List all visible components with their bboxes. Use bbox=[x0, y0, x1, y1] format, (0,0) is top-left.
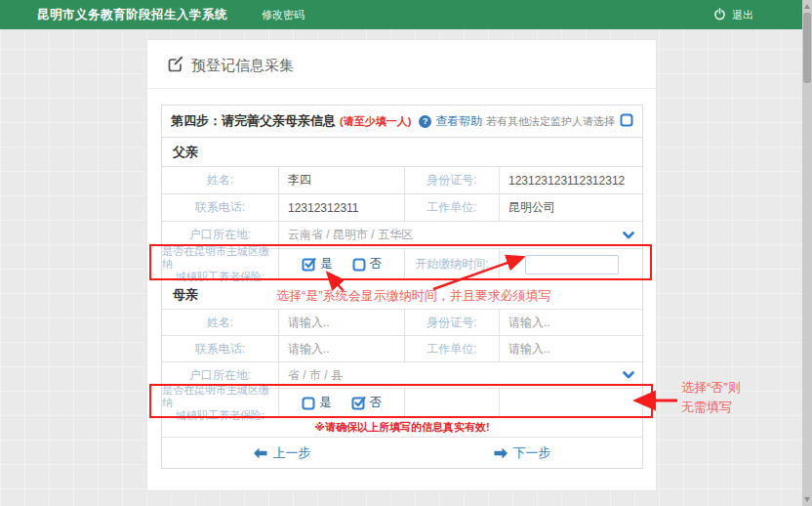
next-step-button[interactable]: 下一步 bbox=[402, 438, 642, 468]
pay-start-time-input[interactable] bbox=[525, 255, 619, 274]
scrollbar-down-arrow-icon[interactable] bbox=[804, 497, 810, 502]
father-insurance-row: 是否在昆明市主城区缴纳 城镇职工养老保险: 是 否 开始缴纳时间: bbox=[162, 248, 642, 279]
mother-insurance-empty-cell-1 bbox=[404, 388, 499, 417]
mother-phone-field[interactable]: 请输入.. bbox=[278, 335, 404, 361]
pay-start-time-cell bbox=[499, 248, 644, 279]
top-navbar: 昆明市义务教育阶段招生入学系统 修改密码 退出 bbox=[0, 0, 802, 29]
view-help-link[interactable]: 查看帮助 bbox=[435, 113, 482, 130]
mother-insurance-label: 是否在昆明市主城区缴纳 城镇职工养老保险: bbox=[162, 388, 278, 417]
mother-id-field[interactable]: 请输入.. bbox=[499, 309, 644, 335]
father-name-label: 姓名: bbox=[162, 166, 278, 193]
app-title: 昆明市义务教育阶段招生入学系统 bbox=[37, 7, 227, 23]
step-requirement: (请至少填一人) bbox=[340, 114, 411, 129]
father-id-field[interactable]: 123123123112312312 bbox=[499, 166, 644, 193]
step-title: 第四步：请完善父亲母亲信息 bbox=[171, 112, 336, 130]
father-insurance-label: 是否在昆明市主城区缴纳 城镇职工养老保险: bbox=[162, 248, 278, 279]
power-icon bbox=[713, 8, 726, 22]
mother-phone-row: 联系电话: 请输入.. 工作单位: 请输入.. bbox=[162, 335, 642, 361]
mother-id-label: 身份证号: bbox=[404, 309, 499, 335]
page-title-row: 预登记信息采集 bbox=[167, 56, 294, 75]
scrollbar-thumb[interactable] bbox=[803, 13, 811, 83]
mother-insurance-no-checkbox[interactable]: 否 bbox=[351, 395, 383, 411]
father-name-field[interactable]: 李四 bbox=[278, 166, 404, 193]
mother-insurance-yes-checkbox[interactable]: 是 bbox=[302, 395, 332, 411]
father-work-label: 工作单位: bbox=[404, 193, 499, 221]
father-residence-select[interactable]: 云南省 / 昆明市 / 五华区 bbox=[278, 221, 644, 248]
title-divider bbox=[147, 88, 656, 89]
mother-name-field[interactable]: 请输入.. bbox=[278, 309, 404, 335]
mother-name-row: 姓名: 请输入.. 身份证号: 请输入.. bbox=[162, 309, 642, 335]
chevron-down-icon[interactable] bbox=[623, 368, 634, 382]
prev-step-button[interactable]: 上一步 bbox=[162, 438, 402, 468]
mother-phone-label: 联系电话: bbox=[162, 335, 278, 361]
main-card: 预登记信息采集 第四步：请完善父亲母亲信息 (请至少填一人) ? 查看帮助 若有… bbox=[146, 39, 657, 491]
father-work-field[interactable]: 昆明公司 bbox=[499, 193, 644, 221]
step-header: 第四步：请完善父亲母亲信息 (请至少填一人) ? 查看帮助 若有其他法定监护人请… bbox=[162, 105, 642, 137]
father-insurance-options: 是 否 bbox=[278, 248, 404, 279]
mother-work-label: 工作单位: bbox=[404, 335, 499, 361]
logout-label: 退出 bbox=[732, 8, 753, 22]
chevron-down-icon[interactable] bbox=[623, 229, 634, 242]
mother-name-label: 姓名: bbox=[162, 309, 278, 335]
help-question-icon[interactable]: ? bbox=[419, 115, 431, 128]
logout-button[interactable]: 退出 bbox=[713, 0, 753, 29]
father-residence-row: 户口所在地: 云南省 / 昆明市 / 五华区 bbox=[162, 221, 642, 248]
edit-icon bbox=[167, 56, 183, 75]
scrollbar-track bbox=[802, 0, 812, 506]
father-phone-field[interactable]: 12312312311 bbox=[278, 193, 404, 221]
father-phone-row: 联系电话: 12312312311 工作单位: 昆明公司 bbox=[162, 193, 642, 221]
other-guardian-label: 若有其他法定监护人请选择 bbox=[486, 114, 615, 129]
father-insurance-yes-checkbox[interactable]: 是 bbox=[302, 256, 333, 273]
mother-work-field[interactable]: 请输入.. bbox=[499, 335, 644, 361]
pay-start-time-label: 开始缴纳时间: bbox=[404, 248, 499, 279]
step-navigation: 上一步 下一步 bbox=[162, 437, 642, 468]
scrollbar-up-arrow-icon[interactable] bbox=[804, 4, 810, 9]
yes-annotation-note: 选择“是”系统会显示缴纳时间，并且要求必须填写 bbox=[276, 287, 551, 305]
no-annotation-note: 选择“否”则 无需填写 bbox=[681, 378, 741, 417]
father-phone-label: 联系电话: bbox=[162, 193, 278, 221]
page-title: 预登记信息采集 bbox=[191, 57, 294, 75]
father-section-header: 父亲 bbox=[162, 137, 642, 166]
mother-residence-select[interactable]: 省 / 市 / 县 bbox=[278, 361, 644, 388]
father-residence-label: 户口所在地: bbox=[162, 221, 278, 248]
arrow-right-icon bbox=[494, 447, 508, 459]
father-id-label: 身份证号: bbox=[404, 166, 499, 193]
mother-insurance-empty-cell-2 bbox=[499, 388, 644, 417]
father-name-row: 姓名: 李四 身份证号: 123123123112312312 bbox=[162, 166, 642, 193]
mother-insurance-options: 是 否 bbox=[278, 388, 404, 417]
other-guardian-checkbox[interactable] bbox=[620, 113, 633, 129]
father-insurance-no-checkbox[interactable]: 否 bbox=[352, 256, 383, 273]
arrow-left-icon bbox=[254, 447, 267, 459]
change-password-link[interactable]: 修改密码 bbox=[262, 8, 304, 22]
mother-insurance-row: 是否在昆明市主城区缴纳 城镇职工养老保险: 是 否 bbox=[162, 388, 642, 417]
